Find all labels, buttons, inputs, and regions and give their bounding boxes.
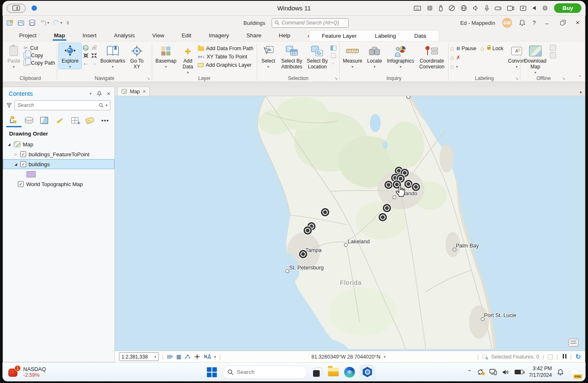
close-pane-icon[interactable]: × — [107, 90, 110, 97]
save-project-icon[interactable] — [29, 19, 36, 26]
pane-menu-chevron[interactable]: ▾ — [90, 92, 92, 96]
next-camera-icon[interactable]: → — [91, 60, 97, 66]
copilot-button[interactable]: PRE — [569, 366, 581, 378]
selection-options-icon[interactable] — [330, 46, 336, 51]
command-search[interactable] — [272, 18, 349, 28]
fixed-zoom-in-icon[interactable] — [83, 52, 89, 58]
speaker-icon[interactable] — [473, 5, 479, 11]
new-project-icon[interactable] — [6, 19, 14, 26]
ribbon-tab-insert[interactable]: Insert — [74, 31, 105, 41]
search-options-chevron[interactable]: ▾ — [105, 103, 107, 107]
building-marker[interactable] — [301, 252, 306, 257]
notifications-bell-icon[interactable] — [557, 369, 564, 376]
undo-dropdown[interactable]: ▾ — [47, 21, 49, 25]
qat-customize-button[interactable]: ⇳ — [66, 20, 69, 26]
drive-icon[interactable] — [495, 6, 501, 11]
open-project-icon[interactable] — [17, 19, 25, 26]
tree-item-feature-to-point[interactable]: ▷ ✓ buildings_FeatureToPoint — [3, 149, 114, 159]
chip-icon[interactable] — [427, 5, 433, 11]
collapse-ribbon-button[interactable]: ⌃ — [578, 75, 582, 80]
crosshair-icon[interactable] — [194, 354, 200, 360]
close-button[interactable]: × — [573, 19, 582, 27]
file-explorer-button[interactable] — [328, 368, 339, 376]
arcgis-pro-button[interactable] — [360, 365, 374, 379]
fixed-zoom-out-icon[interactable] — [91, 52, 97, 58]
filter-funnel-icon[interactable] — [6, 103, 12, 108]
battery-icon[interactable] — [515, 370, 523, 374]
command-search-input[interactable] — [282, 20, 346, 26]
list-by-join-tab[interactable] — [70, 115, 80, 125]
symbol-swatch[interactable] — [27, 171, 36, 177]
tree-item-buildings[interactable]: ◢ ✓ buildings — [3, 159, 114, 169]
hidden-icons-chevron[interactable]: ⌃ — [467, 369, 471, 375]
select-button[interactable]: Select▾ — [259, 43, 278, 69]
building-marker[interactable] — [406, 182, 411, 187]
refresh-button[interactable]: ↻ — [576, 353, 581, 361]
keyboard-icon[interactable] — [414, 6, 421, 11]
pointer-coordinates[interactable]: 81.3260349°W 28.7044020°N▾ — [311, 354, 386, 360]
building-marker[interactable] — [393, 175, 398, 181]
list-by-data-source-tab[interactable] — [24, 115, 34, 125]
select-tool-icon[interactable] — [548, 354, 553, 359]
selection-launcher[interactable]: ↘ — [334, 76, 338, 80]
locate-button[interactable]: Locate▾ — [365, 43, 384, 69]
microphone-icon[interactable] — [485, 5, 489, 12]
usb-icon[interactable] — [439, 5, 443, 12]
abort-labeling-button[interactable]: ⌂✗ — [450, 54, 503, 61]
add-graphics-layer-button[interactable]: Add Graphics Layer — [198, 62, 253, 68]
context-tab-labeling[interactable]: Labeling — [366, 32, 405, 40]
redo-dropdown[interactable]: ▾ — [61, 21, 63, 25]
start-button[interactable] — [207, 367, 217, 377]
help-button[interactable]: ? — [532, 19, 536, 26]
labeling-launcher[interactable]: ↘ — [515, 76, 518, 80]
expander-icon[interactable]: ◢ — [7, 143, 11, 146]
explore-button[interactable]: Explore▾ — [59, 43, 81, 69]
building-marker[interactable] — [384, 206, 390, 211]
infographics-button[interactable]: Infographics▾ — [385, 43, 415, 69]
buildings-symbol-row[interactable] — [3, 169, 114, 179]
building-marker[interactable] — [305, 228, 311, 233]
list-by-drawing-order-tab[interactable] — [9, 115, 19, 125]
globe-icon[interactable] — [461, 5, 467, 11]
copy-path-button[interactable]: Copy Path — [24, 60, 55, 66]
selected-features[interactable]: Selected Features: 0 — [482, 354, 539, 360]
north-arrow-icon[interactable]: N — [204, 354, 211, 360]
expander-icon[interactable]: ◢ — [14, 162, 18, 166]
context-tab-feature-layer[interactable]: Feature Layer — [313, 32, 366, 40]
paste-button[interactable]: Paste▾ — [5, 43, 22, 69]
previous-extent-icon[interactable] — [91, 45, 97, 51]
measure-button[interactable]: Measure▾ — [341, 43, 364, 69]
sync-map-icon[interactable] — [550, 45, 556, 51]
user-avatar[interactable]: EW — [502, 18, 512, 28]
close-tab-icon[interactable]: × — [143, 89, 146, 95]
grid-icon[interactable]: ▦ — [176, 354, 181, 360]
bookmarks-button[interactable]: Bookmarks▾ — [99, 43, 126, 69]
pause-labeling-button[interactable]: ⌂Pause — [450, 45, 476, 51]
pause-drawing-button[interactable] — [561, 354, 566, 360]
status-options-chevron[interactable]: ▾ — [214, 355, 216, 359]
share-window-icon[interactable] — [520, 6, 526, 11]
lock-labels-button[interactable]: ⌂Lock — [481, 45, 503, 51]
full-extent-icon[interactable] — [83, 45, 89, 51]
building-marker[interactable] — [380, 215, 386, 220]
pin-icon[interactable] — [97, 91, 102, 97]
network-blocked-icon[interactable] — [449, 5, 455, 11]
notification-toast-icon[interactable] — [569, 339, 578, 347]
contents-search-input[interactable] — [17, 102, 97, 108]
building-marker[interactable] — [402, 170, 408, 176]
ribbon-tab-map[interactable]: Map — [45, 31, 74, 41]
building-marker[interactable] — [323, 210, 328, 215]
undo-icon[interactable] — [40, 20, 46, 26]
ribbon-tab-edit[interactable]: Edit — [173, 31, 200, 41]
notifications-bell-icon[interactable] — [519, 19, 525, 26]
map-view-tab[interactable]: Map × — [117, 87, 150, 96]
minimize-button[interactable]: – — [543, 19, 551, 27]
restore-button[interactable] — [558, 19, 566, 27]
ribbon-tab-analysis[interactable]: Analysis — [105, 31, 143, 41]
clock[interactable]: 3:42 PM 7/17/2024 — [529, 366, 552, 378]
snapping-icon[interactable] — [185, 354, 191, 359]
scale-selector[interactable]: 1:2,381,338▾ — [119, 352, 159, 361]
coordinate-conversion-button[interactable]: Coordinate Conversion — [417, 43, 447, 70]
task-view-button[interactable] — [313, 367, 323, 377]
select-by-location-button[interactable]: Select By Location — [306, 43, 329, 70]
